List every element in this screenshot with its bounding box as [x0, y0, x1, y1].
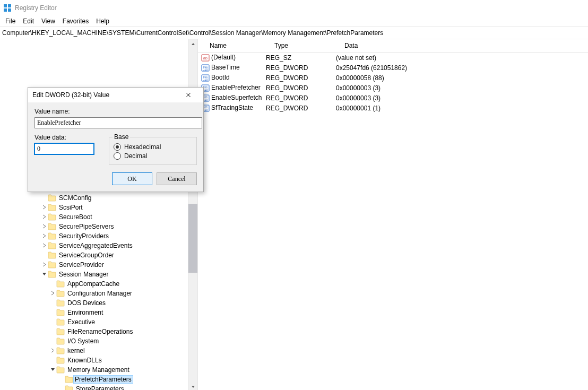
- scroll-down-button[interactable]: [188, 382, 197, 390]
- scroll-thumb[interactable]: [188, 204, 197, 273]
- col-name[interactable]: Name: [198, 42, 271, 49]
- svg-text:110: 110: [203, 68, 208, 71]
- radio-dec-label: Decimal: [124, 152, 147, 160]
- tree-item-label: KnownDLLs: [66, 357, 103, 364]
- tree-item[interactable]: DOS Devices: [0, 298, 197, 308]
- tree-item-label: Session Manager: [58, 271, 109, 278]
- tree-item[interactable]: KnownDLLs: [0, 356, 197, 365]
- tree-item[interactable]: FileRenameOperations: [0, 327, 197, 336]
- svg-rect-2: [4, 8, 7, 12]
- menu-help[interactable]: Help: [93, 16, 114, 26]
- tree-item[interactable]: AppCompatCache: [0, 279, 197, 289]
- list-header: Name Type Data: [198, 39, 588, 53]
- radio-decimal[interactable]: Decimal: [114, 152, 192, 160]
- tree-item[interactable]: ServiceProvider: [0, 260, 197, 270]
- tree-item[interactable]: Memory Management: [0, 365, 197, 375]
- window-title: Registry Editor: [15, 4, 57, 12]
- tree-item[interactable]: ServiceGroupOrder: [0, 250, 197, 260]
- radio-hex-label: Hexadecimal: [124, 143, 161, 151]
- value-name: SfTracingState: [211, 104, 253, 111]
- folder-icon: [56, 290, 65, 297]
- folder-icon: [56, 357, 65, 364]
- tree-item[interactable]: ServiceAggregatedEvents: [0, 241, 197, 250]
- tree-item[interactable]: ScsiPort: [0, 203, 197, 212]
- chevron-right-icon[interactable]: [40, 223, 48, 230]
- scroll-up-button[interactable]: [188, 39, 197, 48]
- folder-icon: [56, 280, 65, 288]
- tree-item[interactable]: PrefetchParameters: [0, 375, 197, 384]
- address-bar[interactable]: Computer\HKEY_LOCAL_MACHINE\SYSTEM\Curre…: [0, 27, 588, 39]
- value-name: EnableSuperfetch: [211, 94, 262, 101]
- cancel-button[interactable]: Cancel: [157, 172, 197, 185]
- svg-text:110: 110: [203, 78, 208, 81]
- value-name: EnablePrefetcher: [211, 84, 261, 91]
- chevron-right-icon[interactable]: [49, 290, 56, 297]
- folder-icon: [48, 232, 56, 240]
- tree-item[interactable]: Configuration Manager: [0, 289, 197, 298]
- chevron-right-icon[interactable]: [40, 233, 48, 239]
- radio-dot-icon: [114, 152, 121, 160]
- value-type: REG_DWORD: [263, 84, 333, 92]
- close-button[interactable]: [178, 88, 199, 102]
- tree-item-label: SecurePipeServers: [58, 223, 115, 230]
- value-row[interactable]: 011110BaseTimeREG_DWORD0x25047fd6 (62105…: [198, 63, 588, 73]
- folder-icon: [56, 299, 65, 307]
- chevron-down-icon[interactable]: [49, 367, 56, 373]
- menu-file[interactable]: File: [2, 16, 20, 26]
- value-row[interactable]: 011110EnableSuperfetchREG_DWORD0x0000000…: [198, 93, 588, 103]
- dword-value-icon: 011110: [201, 64, 210, 72]
- chevron-right-icon[interactable]: [40, 242, 48, 249]
- tree-item[interactable]: StoreParameters: [0, 384, 197, 390]
- folder-icon: [65, 376, 73, 383]
- dialog-titlebar[interactable]: Edit DWORD (32-bit) Value: [28, 88, 203, 102]
- value-data-input[interactable]: [34, 143, 94, 154]
- chevron-right-icon[interactable]: [49, 348, 56, 354]
- value-row[interactable]: ab(Default)REG_SZ(value not set): [198, 53, 588, 63]
- tree-item-label: FileRenameOperations: [66, 328, 134, 335]
- col-type[interactable]: Type: [271, 42, 341, 49]
- folder-icon: [48, 194, 56, 202]
- tree-item[interactable]: SecurityProviders: [0, 231, 197, 241]
- col-data[interactable]: Data: [341, 42, 588, 49]
- chevron-down-icon[interactable]: [40, 271, 48, 278]
- ok-button[interactable]: OK: [112, 172, 152, 185]
- tree-item[interactable]: I/O System: [0, 336, 197, 346]
- chevron-right-icon[interactable]: [40, 262, 48, 268]
- base-groupbox: Base Hexadecimal Decimal: [109, 137, 197, 165]
- folder-icon: [48, 223, 56, 230]
- string-value-icon: ab: [201, 54, 210, 62]
- value-row[interactable]: 011110SfTracingStateREG_DWORD0x00000001 …: [198, 103, 588, 113]
- value-data: (value not set): [333, 54, 588, 62]
- svg-text:110: 110: [203, 98, 208, 101]
- tree-item-label: PrefetchParameters: [73, 375, 133, 384]
- tree-item-label: DOS Devices: [66, 299, 107, 307]
- tree-item-label: Executive: [66, 318, 96, 326]
- folder-icon: [56, 337, 65, 345]
- tree-item[interactable]: Environment: [0, 308, 197, 317]
- menu-view[interactable]: View: [38, 16, 59, 26]
- folder-icon: [56, 328, 65, 335]
- chevron-right-icon[interactable]: [40, 214, 48, 220]
- tree-item[interactable]: Executive: [0, 317, 197, 327]
- svg-text:ab: ab: [203, 56, 207, 60]
- values-pane: Name Type Data ab(Default)REG_SZ(value n…: [198, 39, 588, 390]
- value-name-label: Value name:: [34, 108, 197, 115]
- tree-item-label: ServiceAggregatedEvents: [58, 242, 134, 249]
- value-row[interactable]: 011110EnablePrefetcherREG_DWORD0x0000000…: [198, 83, 588, 93]
- tree-item-label: kernel: [66, 347, 86, 354]
- value-data: 0x00000003 (3): [333, 84, 588, 92]
- tree-item[interactable]: SecurePipeServers: [0, 222, 197, 231]
- chevron-right-icon[interactable]: [40, 204, 48, 211]
- value-name-input[interactable]: [34, 117, 202, 128]
- folder-icon: [48, 261, 56, 268]
- menu-favorites[interactable]: Favorites: [59, 16, 93, 26]
- menu-edit[interactable]: Edit: [20, 16, 38, 26]
- tree-item[interactable]: kernel: [0, 346, 197, 356]
- tree-item[interactable]: SecureBoot: [0, 212, 197, 222]
- regedit-icon: [3, 4, 12, 12]
- value-name: BaseTime: [211, 64, 240, 71]
- radio-hexadecimal[interactable]: Hexadecimal: [114, 143, 192, 151]
- value-row[interactable]: 011110BootIdREG_DWORD0x00000058 (88): [198, 73, 588, 83]
- tree-item[interactable]: SCMConfig: [0, 193, 197, 203]
- tree-item[interactable]: Session Manager: [0, 270, 197, 279]
